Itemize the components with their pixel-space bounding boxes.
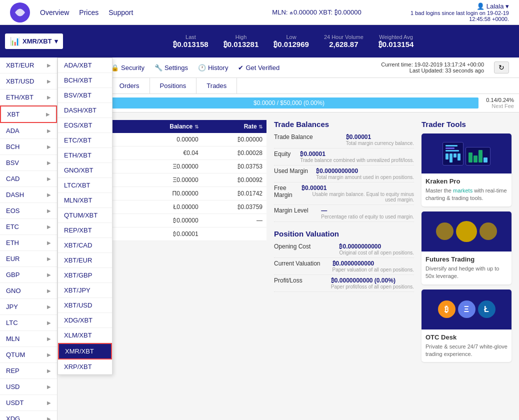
dropdown-xbt-eur[interactable]: XBT/EUR bbox=[58, 253, 112, 268]
sub-nav-verified[interactable]: ✔ Get Verified bbox=[238, 64, 280, 72]
sidebar-item-qtum[interactable]: QTUM ▶ bbox=[0, 347, 57, 363]
refresh-button[interactable]: ↻ bbox=[494, 62, 509, 74]
sidebar-item-eth[interactable]: ETH ▶ bbox=[0, 235, 57, 251]
sidebar-item-xbt-usd[interactable]: XBT/USD ▶ bbox=[0, 74, 57, 90]
dropdown-rep-xbt[interactable]: REP/XBT bbox=[58, 223, 112, 238]
kraken-pro-title: Kraken Pro bbox=[426, 178, 508, 185]
chevron-icon: ▶ bbox=[47, 400, 51, 406]
chevron-icon: ▶ bbox=[47, 160, 51, 166]
dropdown-xbt-jpy[interactable]: XBT/JPY bbox=[58, 283, 112, 298]
sidebar-item-ltc[interactable]: LTC ▶ bbox=[0, 315, 57, 331]
sidebar: XBT/EUR ▶ XBT/USD ▶ ETH/XBT ▶ XBT ▶ ADA … bbox=[0, 58, 58, 420]
chevron-icon: ▶ bbox=[47, 176, 51, 182]
col-balance[interactable]: Balance ⇅ bbox=[132, 120, 202, 133]
sub-nav-security[interactable]: 🔒 Security bbox=[111, 64, 144, 72]
sidebar-item-gbp[interactable]: GBP ▶ bbox=[0, 267, 57, 283]
sidebar-item-bsv[interactable]: BSV ▶ bbox=[0, 155, 57, 171]
sort-balance-icon: ⇅ bbox=[194, 124, 198, 130]
sidebar-item-eth-xbt[interactable]: ETH/XBT ▶ bbox=[0, 90, 57, 106]
dropdown-dash-xbt[interactable]: DASH/XBT bbox=[58, 103, 112, 118]
sidebar-item-cad[interactable]: CAD ▶ bbox=[0, 171, 57, 187]
sidebar-item-usd[interactable]: USD ▶ bbox=[0, 379, 57, 395]
sidebar-item-eur[interactable]: EUR ▶ bbox=[0, 251, 57, 267]
dropdown-xbt-usd[interactable]: XBT/USD bbox=[58, 298, 112, 313]
trade-balances-title: Trade Balances bbox=[274, 120, 414, 128]
sidebar-item-rep[interactable]: REP ▶ bbox=[0, 363, 57, 379]
kraken-pro-card[interactable]: Kraken Pro Master the markets with real-… bbox=[422, 134, 512, 206]
nav-balance: MLN: ₼0.00000 XBT: ₿0.00000 bbox=[224, 8, 409, 16]
sidebar-item-gno[interactable]: GNO ▶ bbox=[0, 283, 57, 299]
chevron-icon: ▶ bbox=[47, 256, 51, 262]
tab-trades[interactable]: Trades bbox=[196, 78, 237, 94]
verified-icon: ✔ bbox=[238, 64, 244, 72]
ticker-selector[interactable]: 📊 XMR/XBT ▾ bbox=[5, 34, 63, 49]
otc-card[interactable]: ₿ Ξ Ł OTC Desk Private & secure 24/7 whi… bbox=[422, 290, 512, 362]
sidebar-item-etc[interactable]: ETC ▶ bbox=[0, 219, 57, 235]
user-icon: 👤 bbox=[476, 2, 484, 10]
dropdown-xmr-xbt[interactable]: XMR/XBT bbox=[58, 343, 112, 360]
dropdown-gno-xbt[interactable]: GNO/XBT bbox=[58, 163, 112, 178]
nav-overview[interactable]: Overview bbox=[40, 8, 69, 16]
dropdown-xdg-xbt[interactable]: XDG/XBT bbox=[58, 313, 112, 328]
dropdown-xlm-xbt[interactable]: XLM/XBT bbox=[58, 328, 112, 343]
trader-tools: Trader Tools bbox=[422, 120, 512, 367]
nav-prices[interactable]: Prices bbox=[79, 8, 98, 16]
sidebar-item-bch[interactable]: BCH ▶ bbox=[0, 139, 57, 155]
bitcoin-coin-icon: ₿ bbox=[438, 300, 456, 318]
tab-positions[interactable]: Positions bbox=[150, 78, 197, 94]
pos-row-profit-loss: Profit/Loss ₿0.0000000000 (0.00%) Paper … bbox=[274, 277, 414, 292]
dropdown-eos-xbt[interactable]: EOS/XBT bbox=[58, 118, 112, 133]
dropdown-mln-xbt[interactable]: MLN/XBT bbox=[58, 193, 112, 208]
sidebar-item-ada[interactable]: ADA ▶ bbox=[0, 123, 57, 139]
chevron-icon: ▶ bbox=[47, 144, 51, 150]
nav-warning: 1 bad logins since last login on 19-02-1… bbox=[409, 10, 509, 22]
current-time-value: 19-02-2019 13:17:24 +00:00 bbox=[414, 62, 484, 68]
tab-orders[interactable]: Orders bbox=[110, 78, 150, 94]
sidebar-item-xdg[interactable]: XDG ▶ bbox=[0, 411, 57, 420]
dropdown-etc-xbt[interactable]: ETC/XBT bbox=[58, 133, 112, 148]
trader-tools-title: Trader Tools bbox=[422, 120, 512, 128]
col-rate[interactable]: Rate ⇅ bbox=[202, 120, 266, 133]
ticker-pair: XMR/XBT bbox=[22, 38, 52, 45]
chevron-icon: ▶ bbox=[47, 78, 51, 84]
main-layout: XBT/EUR ▶ XBT/USD ▶ ETH/XBT ▶ XBT ▶ ADA … bbox=[0, 58, 519, 420]
chevron-icon: ▶ bbox=[47, 62, 51, 68]
sidebar-item-xbt-eur[interactable]: XBT/EUR ▶ bbox=[0, 58, 57, 74]
sidebar-item-usdt[interactable]: USDT ▶ bbox=[0, 395, 57, 411]
dropdown-xbt-cad[interactable]: XBT/CAD bbox=[58, 238, 112, 253]
dropdown-bch-xbt[interactable]: BCH/XBT bbox=[58, 73, 112, 88]
pos-row-current-val: Current Valuation ₿0.0000000000 Paper va… bbox=[274, 260, 414, 275]
margin-row-used-margin: Used Margin ₿0.0000000000 Total margin a… bbox=[274, 168, 414, 182]
dropdown-xbt-gbp[interactable]: XBT/GBP bbox=[58, 268, 112, 283]
sidebar-item-eos[interactable]: EOS ▶ bbox=[0, 203, 57, 219]
futures-card[interactable]: Futures Trading Diversify and hedge with… bbox=[422, 212, 512, 284]
dropdown-ada-xbt[interactable]: ADA/XBT bbox=[58, 58, 112, 73]
next-fee-label: Next Fee bbox=[486, 103, 514, 109]
nav-user[interactable]: 👤 Lalala ▾ bbox=[409, 2, 509, 10]
sub-nav-settings[interactable]: 🔧 Settings bbox=[154, 64, 188, 72]
margin-row-free-margin: Free Margin ₿0.00001 Usable margin balan… bbox=[274, 184, 414, 205]
dropdown-qtum-xbt[interactable]: QTUM/XBT bbox=[58, 208, 112, 223]
sidebar-item-dash[interactable]: DASH ▶ bbox=[0, 187, 57, 203]
sidebar-item-mln[interactable]: MLN ▶ bbox=[0, 331, 57, 347]
margin-row-equity: Equity ₿0.00001 Trade balance combined w… bbox=[274, 150, 414, 166]
kraken-pro-desc: Master the markets with real-time charti… bbox=[426, 187, 508, 202]
next-fee: 0.14/0.24% Next Fee bbox=[486, 97, 514, 109]
ltc-coin-icon: Ł bbox=[478, 300, 496, 318]
dropdown-ltc-xbt[interactable]: LTC/XBT bbox=[58, 178, 112, 193]
nav-support[interactable]: Support bbox=[108, 8, 133, 16]
sub-nav-history[interactable]: 🕐 History bbox=[198, 64, 228, 72]
pos-row-opening-cost: Opening Cost ₿0.0000000000 Original cost… bbox=[274, 243, 414, 258]
dropdown-xrp-xbt[interactable]: XRP/XBT bbox=[58, 360, 112, 374]
nav-right: 👤 Lalala ▾ 1 bad logins since last login… bbox=[409, 2, 509, 22]
logo[interactable] bbox=[10, 2, 30, 22]
sidebar-item-xbt[interactable]: XBT ▶ bbox=[0, 106, 57, 123]
dropdown-eth-xbt[interactable]: ETH/XBT bbox=[58, 148, 112, 163]
dropdown-bsv-xbt[interactable]: BSV/XBT bbox=[58, 88, 112, 103]
sidebar-item-jpy[interactable]: JPY ▶ bbox=[0, 299, 57, 315]
futures-title: Futures Trading bbox=[426, 256, 508, 263]
kraken-pro-link[interactable]: markets bbox=[453, 188, 472, 194]
stat-low: Low ₿0.012969 bbox=[274, 34, 309, 48]
chevron-icon: ▶ bbox=[47, 384, 51, 390]
stat-last: Last ₿0.013158 bbox=[173, 34, 208, 48]
